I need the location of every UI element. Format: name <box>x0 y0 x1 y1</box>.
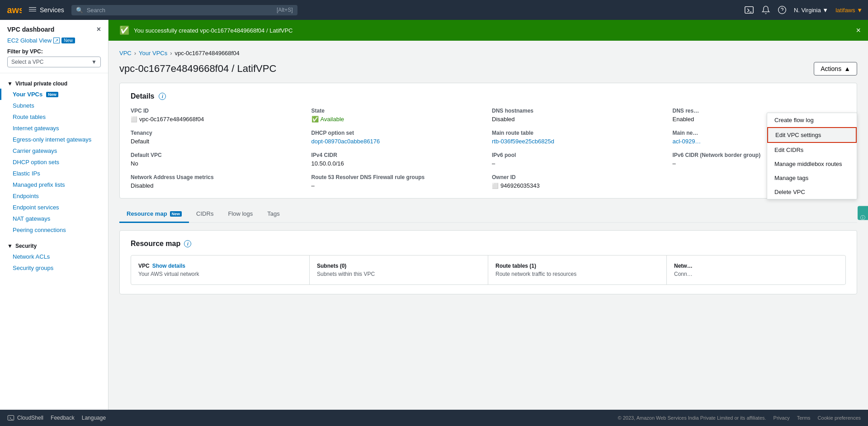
chevron-up-icon: ▲ <box>844 65 850 72</box>
tab-cidrs[interactable]: CIDRs <box>189 206 221 223</box>
resource-map-info-icon[interactable]: i <box>184 240 191 247</box>
resource-map-grid: VPC Show details Your AWS virtual networ… <box>131 255 846 285</box>
privacy-link[interactable]: Privacy <box>774 415 790 421</box>
available-icon: ✅ <box>311 116 319 123</box>
tabs-bar: Resource map New CIDRs Flow logs Tags <box>119 206 857 223</box>
details-info-icon[interactable]: i <box>159 93 166 100</box>
chevron-down-icon: ▼ <box>91 59 97 65</box>
sidebar: VPC dashboard × EC2 Global View ↗ New Fi… <box>0 20 108 426</box>
page-content: VPC › Your VPCs › vpc-0c1677e4849668f04 … <box>108 41 868 303</box>
actions-button[interactable]: Actions ▲ <box>814 62 857 76</box>
sidebar-item-endpoints[interactable]: Endpoints <box>0 190 108 202</box>
main-route-table-link[interactable]: rtb-036f59ee25cb6825d <box>492 138 554 145</box>
detail-dns-hostnames: DNS hostnames Disabled <box>492 108 665 123</box>
sidebar-item-subnets[interactable]: Subnets <box>0 100 108 111</box>
copyright-text: © 2023, Amazon Web Services India Privat… <box>618 415 766 421</box>
banner-close-button[interactable]: × <box>856 26 861 35</box>
right-panel-hint[interactable]: ⓘ <box>858 206 868 220</box>
sidebar-item-dhcp-option-sets[interactable]: DHCP option sets <box>0 156 108 168</box>
help-icon[interactable] <box>778 5 787 14</box>
resource-map-network-connections: Netw… Conn… <box>667 256 845 284</box>
success-icon: ✅ <box>119 25 129 35</box>
tab-resource-map[interactable]: Resource map New <box>119 206 189 223</box>
ec2-global-view-link[interactable]: EC2 Global View ↗ New <box>7 37 101 44</box>
dropdown-item-manage-tags[interactable]: Manage tags <box>767 171 857 185</box>
dropdown-item-manage-middlebox[interactable]: Manage middlebox routes <box>767 157 857 171</box>
your-vpcs-new-badge: New <box>46 92 58 97</box>
sidebar-item-carrier-gateways[interactable]: Carrier gateways <box>0 145 108 156</box>
resource-map-subnets: Subnets (0) Subnets within this VPC <box>310 256 488 284</box>
actions-dropdown-menu: Create flow log Edit VPC settings Edit C… <box>767 113 857 199</box>
sidebar-section-vpc: ▼ Virtual private cloud <box>0 77 108 89</box>
detail-main-route-table: Main route table rtb-036f59ee25cb6825d <box>492 130 665 145</box>
aws-logo[interactable]: aws <box>5 2 22 18</box>
cookie-link[interactable]: Cookie preferences <box>818 415 861 421</box>
sidebar-item-peering-connections[interactable]: Peering connections <box>0 224 108 236</box>
detail-tenancy: Tenancy Default <box>131 130 304 145</box>
breadcrumb-sep-1: › <box>134 50 136 57</box>
sidebar-item-nat-gateways[interactable]: NAT gateways <box>0 213 108 224</box>
copy-icon-vpc-id[interactable]: ⬜ <box>131 116 137 123</box>
main-network-acl-link[interactable]: acl-0929… <box>673 138 701 145</box>
services-label: Services <box>40 6 64 14</box>
breadcrumb-current: vpc-0c1677e4849668f04 <box>175 50 240 57</box>
dropdown-item-delete-vpc[interactable]: Delete VPC <box>767 185 857 199</box>
detail-default-vpc: Default VPC No <box>131 152 304 167</box>
sidebar-item-network-acls[interactable]: Network ACLs <box>0 251 108 262</box>
notifications-icon[interactable] <box>761 5 770 14</box>
resource-map-header: Resource map i <box>131 240 846 248</box>
detail-route53-firewall: Route 53 Resolver DNS Firewall rule grou… <box>311 174 485 189</box>
chevron-down-icon: ▼ <box>7 243 13 249</box>
svg-text:aws: aws <box>7 5 22 15</box>
language-button[interactable]: Language <box>82 415 106 421</box>
dropdown-item-edit-cidrs[interactable]: Edit CIDRs <box>767 143 857 157</box>
sidebar-item-route-tables[interactable]: Route tables <box>0 111 108 123</box>
details-grid: VPC ID ⬜ vpc-0c1677e4849668f04 State ✅ A… <box>131 108 846 189</box>
sidebar-navigation: ▼ Virtual private cloud Your VPCs New Su… <box>0 73 108 426</box>
filter-vpc-select[interactable]: Select a VPC ▼ <box>7 57 101 67</box>
dropdown-item-edit-vpc-settings[interactable]: Edit VPC settings <box>767 127 857 143</box>
detail-network-address-usage: Network Address Usage metrics Disabled <box>131 174 304 189</box>
feedback-button[interactable]: Feedback <box>51 415 75 421</box>
sidebar-item-security-groups[interactable]: Security groups <box>0 262 108 274</box>
chevron-down-icon: ▼ <box>7 80 13 87</box>
sidebar-item-endpoint-services[interactable]: Endpoint services <box>0 202 108 213</box>
details-card-header: Details i <box>131 92 846 100</box>
dropdown-item-create-flow-log[interactable]: Create flow log <box>767 113 857 127</box>
sidebar-item-your-vpcs[interactable]: Your VPCs New <box>0 89 108 100</box>
breadcrumb-your-vpcs[interactable]: Your VPCs <box>139 50 167 57</box>
page-title-row: vpc-0c1677e4849668f04 / LatifVPC Actions… <box>119 62 857 76</box>
detail-vpc-id: VPC ID ⬜ vpc-0c1677e4849668f04 <box>131 108 304 123</box>
page-title: vpc-0c1677e4849668f04 / LatifVPC <box>119 63 276 75</box>
sidebar-close-button[interactable]: × <box>97 25 101 33</box>
ec2-new-badge: New <box>61 38 75 43</box>
sidebar-item-managed-prefix-lists[interactable]: Managed prefix lists <box>0 179 108 190</box>
detail-owner-id: Owner ID ⬜ 946926035343 <box>492 174 665 189</box>
sidebar-header: VPC dashboard × EC2 Global View ↗ New Fi… <box>0 20 108 73</box>
terms-link[interactable]: Terms <box>797 415 811 421</box>
tab-flow-logs[interactable]: Flow logs <box>221 206 260 223</box>
tab-tags[interactable]: Tags <box>260 206 287 223</box>
nav-right: N. Virginia ▼ latifaws ▼ <box>744 5 863 15</box>
services-menu[interactable]: Services <box>25 5 68 15</box>
show-details-vpc[interactable]: Show details <box>152 263 185 269</box>
resource-map-title: Resource map <box>131 240 180 248</box>
details-card: Details i VPC ID ⬜ vpc-0c1677e4849668f04 <box>119 83 857 199</box>
breadcrumb-sep-2: › <box>170 50 172 57</box>
cloudshell-button[interactable]: CloudShell <box>7 414 43 421</box>
copy-icon-owner-id[interactable]: ⬜ <box>492 183 499 189</box>
cloudshell-icon[interactable] <box>744 5 754 15</box>
search-bar[interactable]: 🔍 [Alt+S] <box>71 5 297 15</box>
bottom-bar: CloudShell Feedback Language © 2023, Ama… <box>0 410 868 426</box>
user-menu[interactable]: latifaws ▼ <box>835 7 863 14</box>
details-title: Details <box>131 92 154 100</box>
search-input[interactable] <box>87 7 273 14</box>
sidebar-item-egress-gateways[interactable]: Egress-only internet gateways <box>0 134 108 145</box>
breadcrumb-vpc[interactable]: VPC <box>119 50 132 57</box>
resource-map-new-badge: New <box>170 211 182 217</box>
detail-ipv4-cidr: IPv4 CIDR 10.50.0.0/16 <box>311 152 485 167</box>
region-selector[interactable]: N. Virginia ▼ <box>794 7 828 14</box>
sidebar-item-elastic-ips[interactable]: Elastic IPs <box>0 168 108 179</box>
dhcp-option-set-link[interactable]: dopt-08970ac0abbe86176 <box>311 138 380 145</box>
sidebar-item-internet-gateways[interactable]: Internet gateways <box>0 123 108 134</box>
